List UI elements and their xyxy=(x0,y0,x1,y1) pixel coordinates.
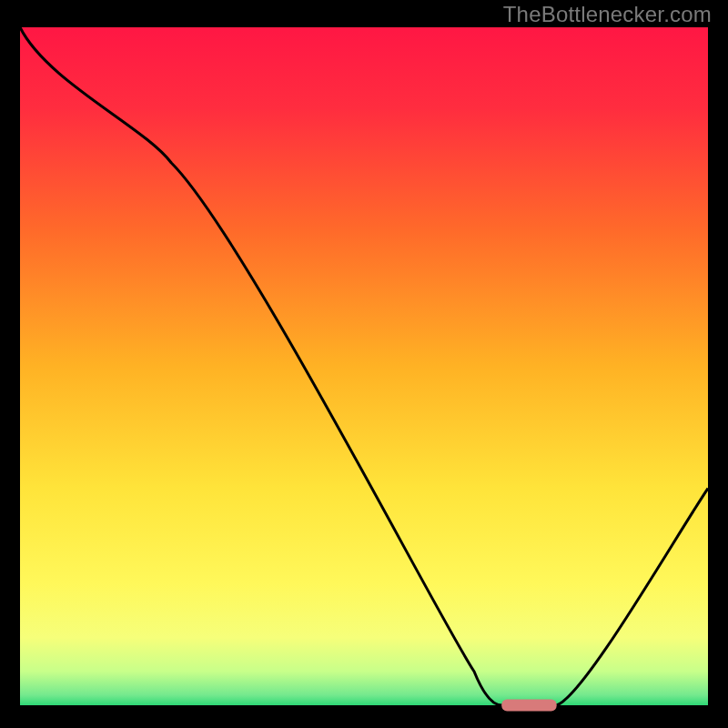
chart-frame: TheBottlenecker.com xyxy=(0,0,728,728)
plot-background xyxy=(20,27,708,705)
watermark-label: TheBottlenecker.com xyxy=(503,2,712,27)
optimum-marker xyxy=(501,700,556,712)
bottleneck-chart xyxy=(0,0,728,728)
